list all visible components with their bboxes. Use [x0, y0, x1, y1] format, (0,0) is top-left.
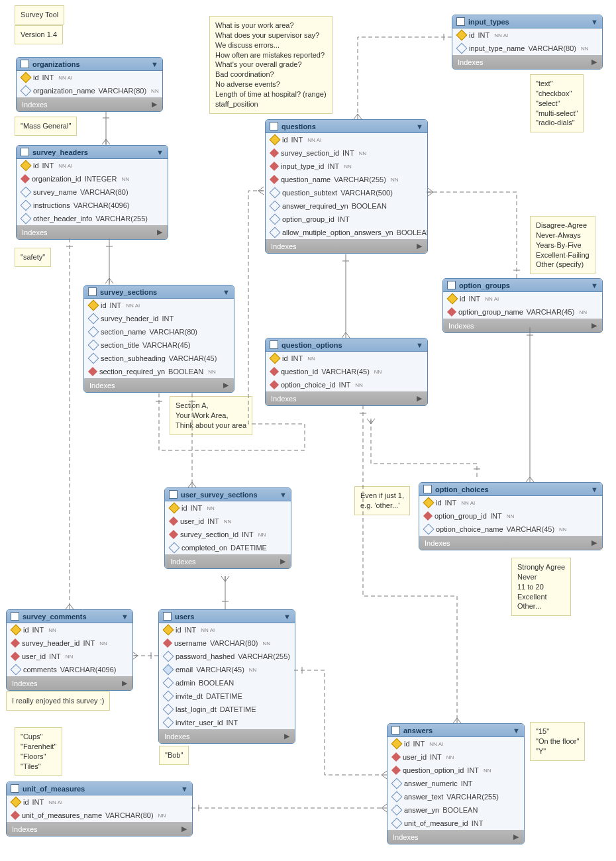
- column-row[interactable]: option_group_id INT: [266, 213, 427, 226]
- column-row[interactable]: id INTNN AI: [266, 133, 427, 146]
- column-row[interactable]: inviter_user_id INT: [159, 716, 295, 729]
- entity-title[interactable]: question_options▼: [266, 338, 427, 352]
- column-row[interactable]: id INTNN AI: [443, 292, 602, 305]
- column-row[interactable]: organization_id INTEGERNN: [17, 172, 168, 185]
- entity-user_survey_sections[interactable]: user_survey_sections▼id INTNNuser_id INT…: [164, 487, 291, 569]
- entity-users[interactable]: users▼id INTNN AIusername VARCHAR(80)NNp…: [158, 609, 295, 744]
- column-row[interactable]: question_id VARCHAR(45)NN: [266, 365, 427, 378]
- column-row[interactable]: comments VARCHAR(4096): [7, 663, 132, 676]
- column-row[interactable]: option_choice_name VARCHAR(45)NN: [419, 523, 602, 536]
- entity-title[interactable]: questions▼: [266, 120, 427, 133]
- column-row[interactable]: email VARCHAR(45)NN: [159, 663, 295, 676]
- indexes-bar[interactable]: Indexes▶: [7, 676, 132, 690]
- column-row[interactable]: id INTNN AI: [84, 299, 234, 312]
- column-row[interactable]: id INTNN AI: [17, 71, 162, 84]
- column-row[interactable]: allow_mutiple_option_answers_yn BOOLEAN: [266, 226, 427, 239]
- entity-option_choices[interactable]: option_choices▼id INTNN AIoption_group_i…: [419, 482, 603, 550]
- column-row[interactable]: id INTNN: [165, 501, 291, 515]
- indexes-bar[interactable]: Indexes▶: [17, 97, 162, 111]
- entity-input_types[interactable]: input_types▼id INTNN AIinput_type_name V…: [452, 15, 603, 70]
- column-row[interactable]: invite_dt DATETIME: [159, 689, 295, 703]
- column-row[interactable]: answer_numeric INT: [387, 777, 524, 790]
- column-row[interactable]: question_name VARCHAR(255)NN: [266, 173, 427, 186]
- indexes-bar[interactable]: Indexes▶: [84, 378, 234, 392]
- column-row[interactable]: question_option_id INTNN: [387, 764, 524, 777]
- entity-title[interactable]: organizations▼: [17, 58, 162, 71]
- indexes-bar[interactable]: Indexes▶: [266, 239, 427, 253]
- entity-unit_of_measures[interactable]: unit_of_measures▼id INTNN AIunit_of_meas…: [6, 782, 193, 836]
- column-row[interactable]: survey_name VARCHAR(80): [17, 185, 168, 199]
- column-row[interactable]: id INTNN AI: [7, 795, 192, 809]
- column-row[interactable]: instructions VARCHAR(4096): [17, 199, 168, 212]
- chevron-down-icon[interactable]: ▼: [151, 60, 158, 68]
- column-row[interactable]: option_group_name VARCHAR(45)NN: [443, 305, 602, 319]
- entity-survey_headers[interactable]: survey_headers▼id INTNN AIorganization_i…: [16, 145, 168, 240]
- entity-answers[interactable]: answers▼id INTNN AIuser_id INTNNquestion…: [387, 723, 525, 844]
- column-row[interactable]: unit_of_measures_name VARCHAR(80)NN: [7, 809, 192, 822]
- column-row[interactable]: section_title VARCHAR(45): [84, 338, 234, 352]
- column-row[interactable]: survey_header_id INT: [84, 312, 234, 325]
- column-row[interactable]: unit_of_measure_id INT: [387, 817, 524, 830]
- column-row[interactable]: user_id INTNN: [165, 515, 291, 528]
- column-row[interactable]: other_header_info VARCHAR(255): [17, 212, 168, 225]
- column-row[interactable]: question_subtext VARCHAR(500): [266, 186, 427, 199]
- entity-title[interactable]: user_survey_sections▼: [165, 488, 291, 501]
- entity-title[interactable]: users▼: [159, 610, 295, 623]
- chevron-down-icon[interactable]: ▼: [591, 485, 598, 493]
- chevron-down-icon[interactable]: ▼: [513, 727, 520, 734]
- column-row[interactable]: id INTNN: [7, 623, 132, 636]
- chevron-down-icon[interactable]: ▼: [591, 18, 598, 26]
- entity-title[interactable]: option_choices▼: [419, 483, 602, 496]
- column-row[interactable]: input_type_id INTNN: [266, 160, 427, 173]
- column-row[interactable]: section_required_yn BOOLEANNN: [84, 365, 234, 378]
- column-row[interactable]: user_id INTNN: [387, 750, 524, 764]
- entity-title[interactable]: input_types▼: [452, 15, 602, 28]
- column-row[interactable]: user_id INTNN: [7, 650, 132, 663]
- column-row[interactable]: option_group_id INTNN: [419, 509, 602, 523]
- chevron-down-icon[interactable]: ▼: [121, 613, 128, 621]
- indexes-bar[interactable]: Indexes▶: [387, 830, 524, 844]
- indexes-bar[interactable]: Indexes▶: [159, 729, 295, 743]
- column-row[interactable]: username VARCHAR(80)NN: [159, 636, 295, 650]
- chevron-down-icon[interactable]: ▼: [156, 148, 164, 156]
- column-row[interactable]: survey_header_id INTNN: [7, 636, 132, 650]
- column-row[interactable]: completed_on DATETIME: [165, 541, 291, 554]
- chevron-down-icon[interactable]: ▼: [591, 281, 598, 289]
- column-row[interactable]: survey_section_id INTNN: [165, 528, 291, 541]
- entity-title[interactable]: survey_headers▼: [17, 146, 168, 159]
- column-row[interactable]: survey_section_id INTNN: [266, 146, 427, 160]
- entity-organizations[interactable]: organizations▼id INTNN AIorganization_na…: [16, 57, 163, 112]
- column-row[interactable]: section_subheading VARCHAR(45): [84, 352, 234, 365]
- indexes-bar[interactable]: Indexes▶: [443, 319, 602, 332]
- column-row[interactable]: id INTNN AI: [452, 28, 602, 42]
- indexes-bar[interactable]: Indexes▶: [452, 55, 602, 69]
- indexes-bar[interactable]: Indexes▶: [266, 391, 427, 405]
- column-row[interactable]: last_login_dt DATETIME: [159, 703, 295, 716]
- indexes-bar[interactable]: Indexes▶: [17, 225, 168, 239]
- entity-question_options[interactable]: question_options▼id INTNNquestion_id VAR…: [265, 338, 428, 406]
- entity-survey_comments[interactable]: survey_comments▼id INTNNsurvey_header_id…: [6, 609, 133, 691]
- column-row[interactable]: option_choice_id INTNN: [266, 378, 427, 391]
- column-row[interactable]: id INTNN AI: [419, 496, 602, 509]
- chevron-down-icon[interactable]: ▼: [416, 341, 423, 349]
- chevron-down-icon[interactable]: ▼: [283, 613, 291, 621]
- column-row[interactable]: password_hashed VARCHAR(255): [159, 650, 295, 663]
- chevron-down-icon[interactable]: ▼: [223, 288, 230, 296]
- entity-title[interactable]: survey_sections▼: [84, 285, 234, 299]
- entity-title[interactable]: survey_comments▼: [7, 610, 132, 623]
- entity-title[interactable]: unit_of_measures▼: [7, 782, 192, 795]
- column-row[interactable]: id INTNN: [266, 352, 427, 365]
- entity-title[interactable]: answers▼: [387, 724, 524, 737]
- column-row[interactable]: answer_text VARCHAR(255): [387, 790, 524, 803]
- column-row[interactable]: answer_required_yn BOOLEAN: [266, 199, 427, 213]
- column-row[interactable]: id INTNN AI: [387, 737, 524, 750]
- column-row[interactable]: input_type_name VARCHAR(80)NN: [452, 42, 602, 55]
- column-row[interactable]: id INTNN AI: [17, 159, 168, 172]
- indexes-bar[interactable]: Indexes▶: [7, 822, 192, 836]
- entity-option_groups[interactable]: option_groups▼id INTNN AIoption_group_na…: [442, 278, 603, 333]
- chevron-down-icon[interactable]: ▼: [181, 785, 188, 793]
- entity-title[interactable]: option_groups▼: [443, 279, 602, 292]
- column-row[interactable]: admin BOOLEAN: [159, 676, 295, 689]
- indexes-bar[interactable]: Indexes▶: [165, 554, 291, 568]
- entity-survey_sections[interactable]: survey_sections▼id INTNN AIsurvey_header…: [83, 285, 234, 393]
